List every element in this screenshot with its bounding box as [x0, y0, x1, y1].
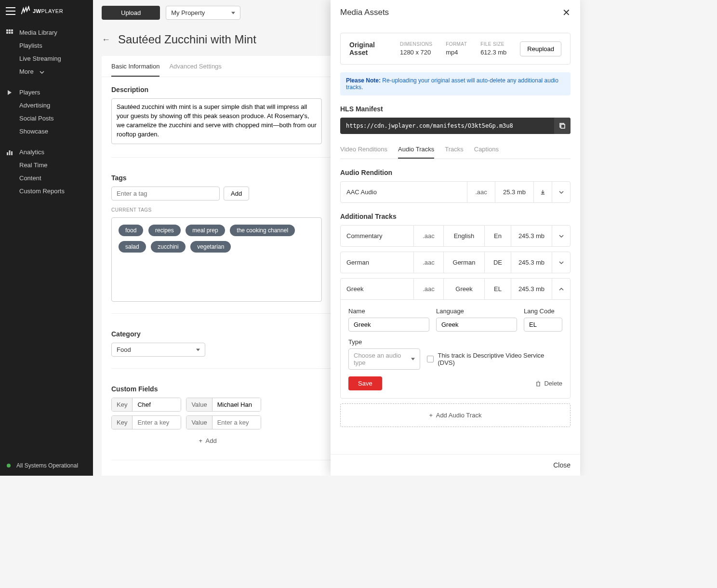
track-size: 245.3 mb	[511, 279, 552, 299]
edit-langcode-input[interactable]	[524, 318, 562, 332]
track-ext: .aac	[413, 279, 443, 299]
status-dot-icon	[7, 464, 11, 468]
delete-button[interactable]: Delete	[535, 380, 562, 387]
svg-rect-5	[11, 32, 13, 34]
bars-icon	[6, 148, 13, 156]
sidebar-item-label: Live Streaming	[19, 55, 61, 62]
category-select[interactable]: Food	[111, 343, 205, 357]
media-assets-panel: Media Assets ✕ Original Asset DIMENSIONS…	[331, 0, 580, 476]
filesize-value: 612.3 mb	[480, 49, 506, 56]
edit-name-label: Name	[348, 307, 429, 315]
custom-field-key-input[interactable]	[133, 416, 181, 429]
tag-item[interactable]: zucchini	[151, 241, 185, 253]
add-audio-track-button[interactable]: + Add Audio Track	[340, 403, 571, 427]
back-arrow-icon[interactable]: ←	[102, 35, 110, 45]
save-button[interactable]: Save	[348, 376, 382, 390]
subtab-tracks[interactable]: Tracks	[445, 146, 464, 159]
sidebar-item-players[interactable]: Players	[0, 86, 93, 99]
track-code: EL	[484, 279, 511, 299]
tag-item[interactable]: food	[119, 225, 143, 236]
edit-name-input[interactable]	[348, 318, 429, 332]
trash-icon	[535, 381, 541, 387]
format-label: FORMAT	[446, 41, 467, 47]
chevron-down-icon[interactable]	[552, 226, 570, 246]
sidebar-item-label: Media Library	[19, 29, 57, 36]
audio-rendition-row: AAC Audio .aac 25.3 mb	[340, 181, 571, 203]
custom-field-key-input[interactable]	[133, 398, 181, 411]
sidebar-item-real-time[interactable]: Real Time	[0, 159, 93, 172]
track-ext: .aac	[413, 226, 443, 246]
play-icon	[6, 89, 13, 96]
edit-language-input[interactable]	[436, 318, 517, 332]
chevron-down-icon[interactable]	[552, 252, 570, 273]
dvs-label: This track is Descriptive Video Service …	[438, 352, 562, 366]
dvs-checkbox[interactable]	[427, 356, 434, 362]
menu-icon[interactable]	[6, 7, 15, 15]
sidebar-item-analytics[interactable]: Analytics	[0, 146, 93, 159]
copy-icon[interactable]	[554, 118, 571, 134]
property-select[interactable]: My Property	[166, 6, 240, 20]
logo-text: JWPLAYER	[33, 8, 63, 14]
sidebar-item-label: Custom Reports	[19, 187, 65, 195]
tag-item[interactable]: meal prep	[186, 225, 225, 236]
panel-title: Media Assets	[340, 8, 389, 17]
reupload-button[interactable]: Reupload	[520, 41, 561, 56]
sidebar-item-live-streaming[interactable]: Live Streaming	[0, 52, 93, 65]
value-label: Value	[186, 416, 212, 429]
note-box: Please Note: Re-uploading your original …	[340, 72, 571, 95]
sidebar-item-showcase[interactable]: Showcase	[0, 125, 93, 138]
logo: JWPLAYER	[20, 6, 63, 16]
add-tag-button[interactable]: Add	[224, 187, 249, 200]
track-row: German .aac German DE 245.3 mb	[340, 252, 571, 273]
download-icon[interactable]	[533, 182, 552, 202]
svg-rect-8	[11, 151, 13, 155]
upload-button[interactable]: Upload	[102, 6, 160, 20]
track-code: En	[484, 226, 511, 246]
key-label: Key	[112, 416, 133, 429]
tag-item[interactable]: the cooking channel	[230, 225, 295, 236]
tab-advanced-settings[interactable]: Advanced Settings	[169, 63, 221, 77]
svg-rect-6	[7, 152, 8, 155]
chevron-down-icon	[40, 68, 44, 75]
note-prefix: Please Note:	[346, 77, 381, 84]
svg-rect-0	[6, 29, 8, 31]
sidebar-item-playlists[interactable]: Playlists	[0, 39, 93, 52]
track-ext: .aac	[413, 252, 443, 273]
custom-field-value-input[interactable]	[212, 416, 261, 429]
track-name: German	[341, 252, 413, 273]
category-value: Food	[117, 346, 131, 353]
chevron-down-icon[interactable]	[552, 182, 570, 202]
custom-field-value-input[interactable]	[212, 398, 261, 411]
tag-item[interactable]: recipes	[148, 225, 181, 236]
tab-basic-information[interactable]: Basic Information	[111, 63, 159, 77]
chevron-up-icon[interactable]	[552, 279, 570, 299]
description-textarea[interactable]: Sautéed zucchini with mint is a super si…	[111, 98, 322, 144]
tag-input[interactable]	[111, 187, 220, 200]
track-code: DE	[484, 252, 511, 273]
subtab-video-renditions[interactable]: Video Renditions	[340, 146, 387, 159]
track-name: Commentary	[341, 226, 413, 246]
svg-rect-10	[561, 124, 565, 128]
track-name: AAC Audio	[341, 182, 467, 202]
sidebar-item-advertising[interactable]: Advertising	[0, 99, 93, 112]
property-select-value: My Property	[171, 9, 205, 16]
tag-item[interactable]: salad	[119, 241, 146, 253]
sidebar-item-social-posts[interactable]: Social Posts	[0, 112, 93, 125]
track-size: 25.3 mb	[495, 182, 533, 202]
tag-item[interactable]: vegetarian	[190, 241, 231, 253]
close-icon[interactable]: ✕	[562, 7, 571, 18]
close-button[interactable]: Close	[553, 461, 571, 469]
add-custom-field-button[interactable]: + Add	[111, 433, 304, 448]
sidebar-item-media-library[interactable]: Media Library	[0, 26, 93, 39]
sidebar-item-label: More	[19, 68, 34, 75]
svg-rect-7	[9, 150, 11, 155]
subtab-captions[interactable]: Captions	[474, 146, 499, 159]
sidebar-item-content[interactable]: Content	[0, 172, 93, 185]
tags-box: food recipes meal prep the cooking chann…	[111, 217, 322, 302]
sidebar-item-more[interactable]: More	[0, 65, 93, 78]
edit-type-select[interactable]: Choose an audio type	[348, 348, 420, 370]
track-name: Greek	[341, 279, 413, 299]
subtab-audio-tracks[interactable]: Audio Tracks	[398, 146, 434, 159]
sidebar-item-custom-reports[interactable]: Custom Reports	[0, 185, 93, 198]
grid-icon	[6, 29, 13, 37]
